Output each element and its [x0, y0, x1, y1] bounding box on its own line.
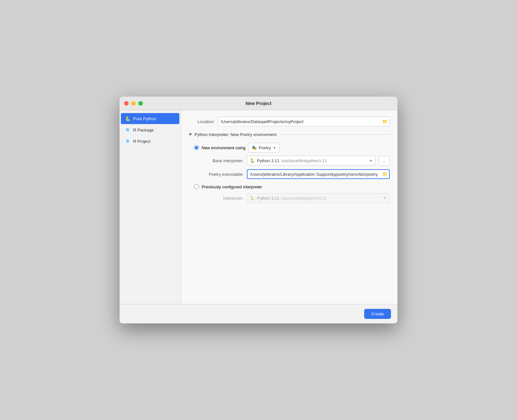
create-button[interactable]: Create [364, 309, 391, 319]
sidebar-item-pure-python[interactable]: 🐍 Pure Python [121, 113, 179, 124]
maximize-button[interactable] [138, 101, 143, 106]
location-input[interactable] [218, 117, 390, 126]
poetry-folder-icon: 📁 [382, 172, 388, 177]
new-environment-radio[interactable] [194, 145, 199, 150]
poetry-executable-input-container: 📁 [247, 169, 390, 179]
interpreter-disabled-dropdown: 🐍 Python 3.11 /usr/local/bin/python3.11 … [247, 193, 390, 203]
base-interpreter-row: Base interpreter: 🐍 Python 3.11 /usr/loc… [202, 156, 390, 165]
new-environment-label: New environment using [202, 145, 246, 150]
interpreter-radio-group: New environment using 🎭 Poetry ▼ Base in… [189, 143, 390, 203]
poetry-dropdown[interactable]: 🎭 Poetry ▼ [248, 143, 280, 152]
sidebar-item-label-r-project: R Project [133, 139, 150, 144]
dialog-body: 🐍 Pure Python R R Package R R Project Lo… [120, 110, 397, 304]
base-interpreter-browse-button[interactable]: ... [379, 156, 390, 165]
sidebar-item-label-pure-python: Pure Python [133, 116, 156, 121]
python-icon: 🐍 [125, 116, 131, 121]
dialog-title: New Project [246, 101, 271, 106]
interpreter-label: Interpreter: [202, 196, 244, 201]
collapse-triangle-icon[interactable] [189, 133, 192, 136]
base-interpreter-value: Python 3.11 [257, 158, 279, 163]
poetry-dropdown-icon: 🎭 [252, 145, 257, 150]
previously-configured-row: Previously configured interpreter [194, 184, 390, 189]
interpreter-chevron-icon: ▼ [383, 196, 387, 200]
dots-label: ... [383, 158, 386, 163]
new-environment-option: New environment using 🎭 Poetry ▼ Base in… [194, 143, 390, 179]
interpreter-disabled-value: Python 3.11 [257, 196, 279, 201]
base-interpreter-label: Base interpreter: [202, 158, 244, 163]
previously-configured-radio[interactable] [194, 184, 199, 189]
minimize-button[interactable] [131, 101, 136, 106]
poetry-executable-label: Poetry executable: [202, 172, 244, 177]
section-divider [279, 134, 390, 135]
r-project-icon: R [125, 138, 131, 144]
main-content: Location: 📁 Python Interpreter: New Poet… [181, 110, 397, 304]
new-project-dialog: New Project 🐍 Pure Python R R Package R … [120, 97, 397, 323]
new-environment-row: New environment using 🎭 Poetry ▼ [194, 143, 390, 152]
window-controls [124, 101, 143, 106]
sidebar-item-r-project[interactable]: R R Project [121, 136, 179, 147]
interpreter-section-separator: Python Interpreter: New Poetry environme… [189, 132, 390, 137]
sidebar-item-label-r-package: R Package [133, 128, 154, 132]
poetry-executable-row: Poetry executable: 📁 [202, 169, 390, 179]
interpreter-disabled-path: /usr/local/bin/python3.11 [281, 196, 327, 201]
close-button[interactable] [124, 101, 129, 106]
location-label: Location: [189, 119, 215, 124]
base-interpreter-chevron-icon: ▼ [369, 159, 373, 163]
base-interpreter-dropdown[interactable]: 🐍 Python 3.11 /usr/local/bin/python3.11 … [247, 156, 375, 165]
folder-icon: 📁 [382, 119, 388, 124]
interpreter-section-label: Python Interpreter: New Poetry environme… [195, 132, 277, 137]
poetry-executable-input[interactable] [247, 169, 390, 179]
location-row: Location: 📁 [189, 117, 390, 126]
location-input-container: 📁 [218, 117, 390, 126]
new-environment-sub-fields: Base interpreter: 🐍 Python 3.11 /usr/loc… [194, 156, 390, 179]
sidebar-item-r-package[interactable]: R R Package [121, 124, 179, 135]
base-interpreter-path: /usr/local/bin/python3.11 [281, 158, 327, 163]
location-folder-button[interactable]: 📁 [382, 119, 388, 124]
interpreter-row: Interpreter: 🐍 Python 3.11 /usr/local/bi… [202, 193, 390, 203]
r-package-icon: R [125, 127, 131, 133]
poetry-executable-folder-button[interactable]: 📁 [382, 172, 388, 177]
previously-configured-option: Previously configured interpreter Interp… [194, 184, 390, 203]
chevron-down-icon: ▼ [273, 146, 276, 150]
dialog-footer: Create [120, 304, 397, 323]
sidebar: 🐍 Pure Python R R Package R R Project [120, 110, 181, 304]
titlebar: New Project [120, 97, 397, 110]
previously-configured-label: Previously configured interpreter [202, 184, 262, 189]
interpreter-disabled-py-icon: 🐍 [250, 196, 255, 201]
poetry-dropdown-label: Poetry [259, 145, 271, 150]
base-interpreter-py-icon: 🐍 [250, 158, 255, 163]
previously-configured-sub-fields: Interpreter: 🐍 Python 3.11 /usr/local/bi… [194, 193, 390, 203]
